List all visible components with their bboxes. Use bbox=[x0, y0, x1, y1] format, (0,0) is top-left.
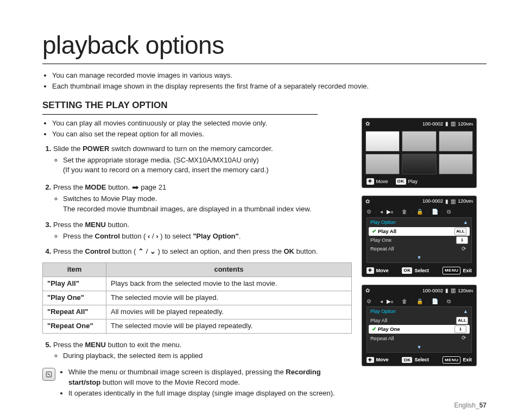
step-4: Press the Control button ( ⌃ / ⌄ ) to se… bbox=[53, 247, 352, 257]
battery-icon: ▥ bbox=[451, 198, 456, 206]
menu-tab-row: ⚙· ◂ ▶₀· 🗑· 🔒· 📄· ⧉ bbox=[362, 206, 476, 217]
battery-icon: ▥ bbox=[451, 287, 456, 295]
up-angle-icon: ⌃ bbox=[138, 247, 144, 257]
table-head-item: item bbox=[43, 263, 106, 277]
hint-move: ✚Move bbox=[367, 178, 388, 185]
menu-item-repeat-all[interactable]: Repeat All ⟳ bbox=[367, 334, 471, 343]
gear-small-icon: ⚙ bbox=[367, 298, 371, 306]
menu-panel: Play Option ▲ ✔Play All ALL Play One 1 R… bbox=[367, 217, 472, 264]
chevron-up-icon: ▲ bbox=[463, 219, 468, 226]
two-column-layout: You can play all movies continuously or … bbox=[42, 118, 487, 399]
aspect-tab-icon[interactable]: ⧉ bbox=[447, 298, 451, 306]
sub-intro-item: You can also set the repeat option for a… bbox=[52, 129, 352, 140]
menu-item-repeat-all[interactable]: Repeat All ⟳ bbox=[367, 245, 471, 254]
menu-item-play-all[interactable]: ✔Play All ALL bbox=[369, 227, 470, 236]
thumbnail[interactable] bbox=[402, 131, 436, 152]
chevron-down-icon: ▼ bbox=[417, 344, 422, 351]
step-1: Slide the POWER switch downward to turn … bbox=[53, 144, 352, 176]
step-5-sub: During playback, the selected item is ap… bbox=[63, 351, 352, 361]
gear-small-icon: ⚙ bbox=[367, 208, 371, 216]
repeat-all-icon: ⟳ bbox=[459, 245, 468, 253]
table-row: "Repeat All" All movies will be played r… bbox=[43, 305, 352, 319]
file-counter: 100-0002 bbox=[422, 121, 443, 128]
note-block: While the menu or thumbnail image screen… bbox=[42, 367, 352, 399]
section-heading: SETTING THE PLAY OPTION bbox=[42, 99, 318, 115]
protect-tab-icon[interactable]: 🔒 bbox=[416, 208, 423, 216]
menu-title: Play Option bbox=[370, 308, 396, 315]
play-option-tab-icon[interactable]: ▶₀ bbox=[387, 208, 393, 216]
settings-icon: ✿ bbox=[365, 120, 370, 128]
menu-panel: Play Option ▲ Play All ALL ✔Play One 1 R… bbox=[367, 306, 472, 353]
hint-select: OKSelect bbox=[402, 267, 429, 274]
intro-item: Each thumbnail image shown in the displa… bbox=[52, 82, 487, 92]
thumbnail[interactable] bbox=[439, 154, 473, 174]
step-list-cont: Press the MENU button to exit the menu. … bbox=[42, 340, 352, 362]
hint-select: OKSelect bbox=[402, 356, 429, 363]
play-option-tab-icon[interactable]: ▶₀ bbox=[387, 298, 393, 306]
copy-tab-icon[interactable]: 📄 bbox=[432, 208, 438, 216]
note-item: It operates identically in the full imag… bbox=[68, 388, 352, 399]
play-all-icon: ALL bbox=[454, 228, 466, 235]
hint-move: ✚Move bbox=[367, 267, 389, 274]
table-row: "Repeat One" The selected movie will be … bbox=[43, 319, 352, 333]
delete-tab-icon[interactable]: 🗑 bbox=[402, 208, 407, 216]
check-icon: ✔ bbox=[372, 228, 376, 234]
down-angle-icon: ⌄ bbox=[150, 247, 156, 257]
sub-intro-bullets: You can play all movies continuously or … bbox=[42, 118, 352, 140]
play-all-icon: ALL bbox=[456, 317, 468, 324]
intro-item: You can manage recorded movie images in … bbox=[52, 71, 487, 81]
menu-item-play-one[interactable]: ✔Play One 1 bbox=[369, 325, 470, 334]
check-icon: ✔ bbox=[372, 326, 376, 332]
chevron-up-icon: ▲ bbox=[463, 308, 468, 315]
note-icon bbox=[42, 368, 55, 381]
page-title: playback options bbox=[42, 27, 487, 64]
menu-item-play-all[interactable]: Play All ALL bbox=[367, 316, 471, 325]
repeat-all-icon: ⟳ bbox=[459, 334, 468, 342]
step-2: Press the MODE button. ➡ page 21 Switche… bbox=[53, 181, 352, 215]
battery-icon: ▥ bbox=[451, 120, 456, 128]
step-5: Press the MENU button to exit the menu. … bbox=[53, 340, 352, 362]
play-option-table: item contents "Play All" Plays back from… bbox=[42, 262, 352, 333]
lcd-menu-play-one: ✿ 100-0002 ▮ ▥ 120MIN ⚙· ◂ ▶₀· 🗑· 🔒· 📄· bbox=[362, 285, 477, 366]
menu-item-play-one[interactable]: Play One 1 bbox=[367, 236, 471, 245]
menu-title: Play Option bbox=[370, 219, 396, 226]
hint-exit: MENUExit bbox=[443, 356, 472, 364]
arrow-icon: ➡ bbox=[132, 183, 139, 192]
copy-tab-icon[interactable]: 📄 bbox=[432, 298, 438, 306]
settings-icon: ✿ bbox=[365, 198, 370, 206]
step-list: Slide the POWER switch downward to turn … bbox=[42, 144, 352, 258]
intro-bullets: You can manage recorded movie images in … bbox=[42, 71, 487, 92]
thumbnail-grid bbox=[362, 129, 476, 177]
thumbnail[interactable] bbox=[365, 154, 400, 174]
step-3-sub: Press the Control button ( ‹ / › ) to se… bbox=[63, 231, 352, 242]
step-1-sub: Set the appropriate storage media. (SC-M… bbox=[63, 155, 352, 176]
aspect-tab-icon[interactable]: ⧉ bbox=[447, 208, 451, 216]
card-icon: ▮ bbox=[445, 198, 448, 206]
sub-intro-item: You can play all movies continuously or … bbox=[52, 118, 352, 129]
manual-page: playback options You can manage recorded… bbox=[0, 0, 518, 420]
lcd-thumbnail-view: ✿ 100-0002 ▮ ▥ 120MIN bbox=[362, 118, 477, 188]
hint-exit: MENUExit bbox=[443, 267, 472, 274]
hint-play: OKPlay bbox=[396, 178, 418, 185]
file-counter: 100-0002 bbox=[422, 198, 443, 205]
step-2-sub: Switches to Movie Play mode. The recorde… bbox=[63, 194, 352, 215]
card-icon: ▮ bbox=[445, 287, 448, 295]
protect-tab-icon[interactable]: 🔒 bbox=[416, 298, 423, 306]
table-head-contents: contents bbox=[106, 263, 352, 277]
thumbnail[interactable] bbox=[402, 154, 436, 174]
thumbnail[interactable] bbox=[365, 131, 400, 152]
table-row: "Play All" Plays back from the selected … bbox=[43, 277, 352, 291]
hint-move: ✚Move bbox=[367, 356, 389, 363]
chevron-down-icon: ▼ bbox=[417, 254, 422, 261]
delete-tab-icon[interactable]: 🗑 bbox=[402, 298, 407, 306]
lcd-menu-play-all: ✿ 100-0002 ▮ ▥ 120MIN ⚙· ◂ ▶₀· 🗑· 🔒· 📄· bbox=[362, 196, 477, 277]
table-row: "Play One" The selected movie will be pl… bbox=[43, 291, 352, 305]
settings-icon: ✿ bbox=[365, 287, 370, 295]
instruction-column: You can play all movies continuously or … bbox=[42, 118, 352, 399]
play-one-icon: 1 bbox=[456, 236, 468, 244]
note-item: While the menu or thumbnail image screen… bbox=[68, 367, 352, 388]
lcd-column: ✿ 100-0002 ▮ ▥ 120MIN bbox=[362, 118, 477, 399]
thumbnail[interactable] bbox=[439, 131, 473, 152]
step-3: Press the MENU button. Press the Control… bbox=[53, 220, 352, 242]
file-counter: 100-0002 bbox=[422, 287, 443, 294]
